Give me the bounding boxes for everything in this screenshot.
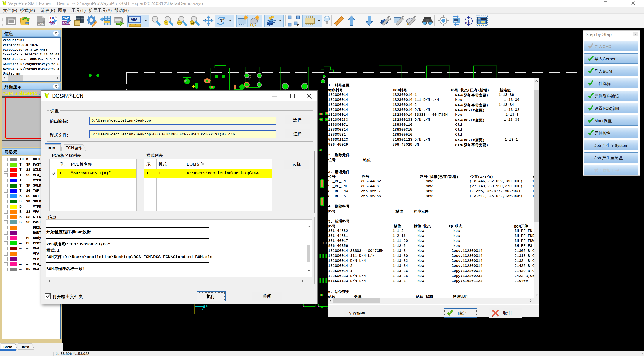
svg-text:0,0: 0,0 — [465, 22, 470, 25]
svg-text:H18: H18 — [184, 80, 190, 83]
svg-text:0°: 0° — [220, 18, 224, 24]
svg-text:MM: MM — [130, 17, 138, 22]
svg-text:FG1: FG1 — [248, 75, 252, 81]
svg-text:BOM: BOM — [62, 22, 70, 25]
svg-text:BOM: BOM — [48, 146, 55, 151]
svg-text:ECN操作: ECN操作 — [65, 146, 82, 150]
svg-text:Base: Base — [4, 345, 12, 349]
svg-text:Data: Data — [20, 345, 30, 349]
svg-text:U4: U4 — [323, 241, 327, 245]
svg-text:BOM: BOM — [49, 22, 56, 26]
